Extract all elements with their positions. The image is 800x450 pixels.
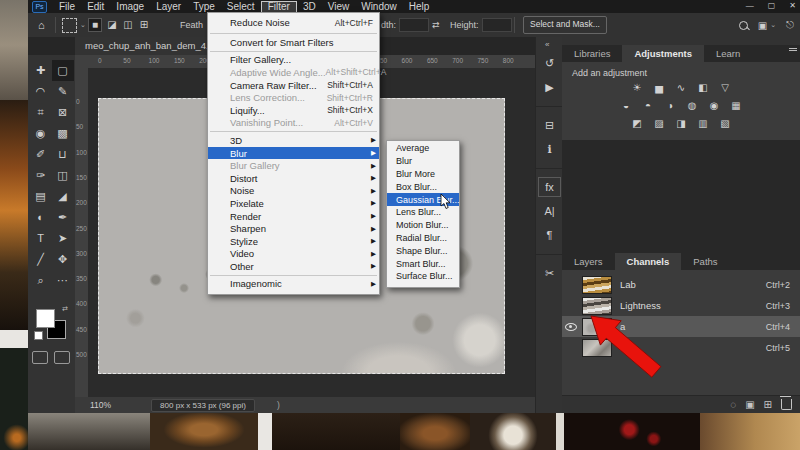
blur-tool[interactable]: ◢ (52, 186, 74, 207)
chevron-down-icon[interactable]: ⌄ (80, 21, 86, 29)
history-icon[interactable]: ↺ (536, 51, 563, 75)
hand-tool[interactable]: ✥ (52, 249, 74, 270)
menu-item-surface-blur[interactable]: Surface Blur... (387, 270, 459, 283)
new-channel-icon[interactable]: ⊞ (764, 398, 772, 412)
menu-item-imagenomic[interactable]: Imagenomic▶ (208, 278, 379, 291)
menu-item-motion-blur[interactable]: Motion Blur... (387, 219, 459, 232)
menubar-item-image[interactable]: Image (110, 1, 150, 13)
menu-item-convert-for-smart-filters[interactable]: Convert for Smart Filters (208, 36, 379, 49)
tab-adjustments[interactable]: Adjustments (622, 45, 704, 62)
paragraph-icon[interactable]: ¶ (536, 223, 563, 247)
selective-color-icon[interactable]: ▧ (718, 117, 733, 131)
load-selection-icon[interactable]: ◌ (730, 398, 736, 412)
gradient-tool[interactable]: ▤ (30, 186, 52, 207)
menubar-item-file[interactable]: File (53, 1, 81, 13)
tab-learn[interactable]: Learn (704, 45, 752, 62)
menu-item-filter-gallery[interactable]: Filter Gallery... (208, 54, 379, 67)
menu-item-pixelate[interactable]: Pixelate▶ (208, 197, 379, 210)
delete-channel-icon[interactable] (781, 399, 792, 410)
export-icon[interactable]: ⊟ (536, 113, 563, 137)
workspace-icon[interactable]: ▣ (758, 20, 767, 31)
menubar-item-view[interactable]: View (322, 1, 356, 13)
menu-item-blur[interactable]: Blur (387, 155, 459, 168)
channel-thumbnail[interactable] (582, 276, 612, 294)
menu-item-reduce-noise[interactable]: Reduce NoiseAlt+Ctrl+F (208, 14, 379, 31)
menu-item-blur-more[interactable]: Blur More (387, 168, 459, 181)
zoom-tool[interactable]: ⌕ (30, 270, 52, 291)
curves-icon[interactable]: ∿ (674, 81, 689, 95)
menu-item-camera-raw-filter[interactable]: Camera Raw Filter...Shift+Ctrl+A (208, 79, 379, 92)
exposure-icon[interactable]: ◧ (696, 81, 711, 95)
minimize-button[interactable]: — (746, 0, 754, 12)
photo-filter-icon[interactable]: ◍ (685, 99, 700, 113)
zoom-level[interactable]: 110% (90, 400, 111, 410)
color-balance-icon[interactable]: ◓ (641, 99, 656, 113)
menubar-item-filter[interactable]: Filter (261, 1, 297, 13)
history-brush-tool[interactable]: ✑ (30, 165, 52, 186)
menubar-item-select[interactable]: Select (221, 1, 261, 13)
frame-tool[interactable]: ⊠ (52, 102, 74, 123)
height-input[interactable] (482, 18, 512, 32)
channel-mixer-icon[interactable]: ◉ (707, 99, 722, 113)
vibrance-icon[interactable]: ▽ (718, 81, 733, 95)
invert-icon[interactable]: ◩ (630, 117, 645, 131)
default-colors-icon[interactable] (34, 331, 43, 340)
menubar-item-edit[interactable]: Edit (81, 1, 110, 13)
foreground-color-swatch[interactable] (36, 309, 55, 328)
save-selection-icon[interactable]: ▣ (745, 398, 754, 412)
menu-item-sharpen[interactable]: Sharpen▶ (208, 222, 379, 235)
menu-item-vanishing-point[interactable]: Vanishing Point...Alt+Ctrl+V (208, 117, 379, 130)
black-white-icon[interactable]: ◑ (663, 99, 678, 113)
width-input[interactable] (399, 18, 429, 32)
threshold-icon[interactable]: ◨ (674, 117, 689, 131)
intersect-selection-mode[interactable]: ⊞ (138, 19, 150, 31)
menu-item-average[interactable]: Average (387, 142, 459, 155)
menu-item-distort[interactable]: Distort▶ (208, 172, 379, 185)
hue-saturation-icon[interactable]: ◒ (619, 99, 634, 113)
line-tool[interactable]: ╱ (30, 249, 52, 270)
brightness-contrast-icon[interactable]: ☀ (630, 81, 645, 95)
menu-item-3d[interactable]: 3D▶ (208, 134, 379, 147)
visibility-well[interactable] (562, 323, 580, 331)
character-icon[interactable]: A| (536, 199, 563, 223)
menu-item-liquify[interactable]: Liquify...Shift+Ctrl+X (208, 104, 379, 117)
menu-item-adaptive-wide-angle[interactable]: Adaptive Wide Angle...Alt+Shift+Ctrl+A (208, 66, 379, 79)
add-selection-mode[interactable]: ◪ (106, 19, 118, 31)
brush-tool[interactable]: ✐ (30, 144, 52, 165)
clone-stamp-tool[interactable]: ⊔ (52, 144, 74, 165)
fx-icon[interactable]: fx (536, 175, 563, 199)
share-icon[interactable]: ⎋ (786, 19, 794, 31)
tab-paths[interactable]: Paths (681, 253, 729, 270)
lasso-tool[interactable]: ◠ (30, 81, 52, 102)
info-icon[interactable]: ℹ (536, 137, 563, 161)
marquee-tool-icon[interactable] (62, 18, 77, 33)
path-selection-tool[interactable]: ➤ (52, 228, 74, 249)
menu-item-box-blur[interactable]: Box Blur... (387, 180, 459, 193)
new-selection-mode[interactable]: ■ (88, 18, 102, 32)
color-swatches[interactable]: ⇄ (34, 305, 70, 343)
menu-item-smart-blur[interactable]: Smart Blur... (387, 257, 459, 270)
document-info[interactable]: 800 px x 533 px (96 ppi) (151, 399, 255, 412)
menubar-item-layer[interactable]: Layer (150, 1, 187, 13)
gradient-map-icon[interactable]: ▥ (696, 117, 711, 131)
tab-layers[interactable]: Layers (562, 253, 615, 270)
menu-item-stylize[interactable]: Stylize▶ (208, 235, 379, 248)
menubar-item-3d[interactable]: 3D (297, 1, 322, 13)
eyedropper-tool[interactable]: ◉ (30, 123, 52, 144)
object-selection-tool[interactable]: ✎ (52, 81, 74, 102)
menu-item-other[interactable]: Other▶ (208, 260, 379, 273)
channel-row-lab[interactable]: LabCtrl+2 (562, 274, 800, 295)
collapse-panels-icon[interactable]: « (545, 40, 549, 49)
menu-item-video[interactable]: Video▶ (208, 248, 379, 261)
quick-mask-icon[interactable] (32, 351, 48, 364)
panel-menu-icon[interactable] (789, 48, 797, 51)
status-chevron-icon[interactable]: ) (277, 400, 280, 410)
dodge-tool[interactable]: ◐ (30, 207, 52, 228)
menubar-item-help[interactable]: Help (403, 1, 436, 13)
menu-item-shape-blur[interactable]: Shape Blur... (387, 244, 459, 257)
menubar-item-type[interactable]: Type (187, 1, 221, 13)
eye-icon[interactable] (565, 323, 577, 331)
type-tool[interactable]: T (30, 228, 52, 249)
tab-libraries[interactable]: Libraries (562, 45, 622, 62)
more-tools[interactable]: ⋯ (52, 270, 74, 291)
